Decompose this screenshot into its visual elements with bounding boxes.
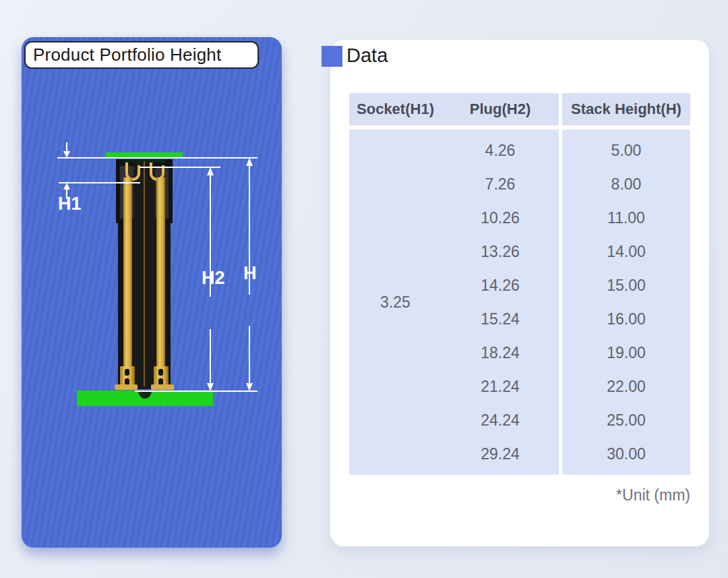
column-header-socket: Socket(H1) — [349, 100, 442, 118]
stack-height-value: 14.00 — [562, 238, 690, 265]
socket-value: 3.25 — [349, 293, 442, 312]
dimension-label-h1: H1 — [58, 194, 82, 214]
data-card-title: Data — [346, 45, 388, 67]
table-header-left: Socket(H1) Plug(H2) — [349, 93, 559, 125]
stack-height-value: 11.00 — [562, 204, 690, 231]
plug-value: 10.26 — [442, 204, 559, 231]
dimension-label-h: H — [243, 263, 257, 283]
panel-title-text: Product Portfolio Height — [33, 45, 221, 65]
connector-stack-diagram: H1 H2 H — [22, 37, 282, 548]
stack-column: 5.008.0011.0014.0015.0016.0019.0022.0025… — [562, 129, 690, 475]
plug-value: 4.26 — [442, 137, 559, 164]
bottom-pcb — [77, 391, 213, 406]
stack-height-value: 30.00 — [562, 440, 690, 467]
stack-height-value: 15.00 — [562, 272, 690, 299]
accent-square-icon — [322, 46, 342, 67]
plug-value: 18.24 — [442, 339, 559, 366]
data-card-header: Data — [330, 40, 709, 74]
stack-height-value: 25.00 — [562, 407, 690, 434]
table-body-left: 3.25 4.267.2610.2613.2614.2615.2418.2421… — [349, 129, 559, 475]
stack-height-value: 22.00 — [562, 373, 690, 400]
plug-value: 7.26 — [442, 171, 559, 198]
stack-height-value: 16.00 — [562, 306, 690, 333]
unit-note: *Unit (mm) — [616, 486, 690, 504]
plug-value: 21.24 — [442, 373, 559, 400]
stack-height-value: 19.00 — [562, 339, 690, 366]
plug-value: 29.24 — [442, 440, 559, 467]
plug-value: 14.26 — [442, 272, 559, 299]
column-header-stack-height: Stack Height(H) — [571, 100, 681, 118]
data-card: Data Socket(H1) Plug(H2) Stack Height(H)… — [330, 40, 709, 546]
plug-value: 13.26 — [442, 238, 559, 265]
table-header-right: Stack Height(H) — [562, 93, 690, 125]
plug-value: 24.24 — [442, 407, 559, 434]
column-header-plug: Plug(H2) — [442, 100, 559, 118]
plug-column: 4.267.2610.2613.2614.2615.2418.2421.2424… — [442, 129, 559, 475]
stack-height-value: 5.00 — [562, 137, 690, 164]
product-portfolio-panel: Product Portfolio Height — [22, 37, 282, 548]
stack-height-value: 8.00 — [562, 171, 690, 198]
panel-title: Product Portfolio Height — [24, 41, 259, 69]
plug-value: 15.24 — [442, 306, 559, 333]
table-body-right: 5.008.0011.0014.0015.0016.0019.0022.0025… — [562, 129, 690, 475]
dimension-label-h2: H2 — [202, 268, 225, 288]
